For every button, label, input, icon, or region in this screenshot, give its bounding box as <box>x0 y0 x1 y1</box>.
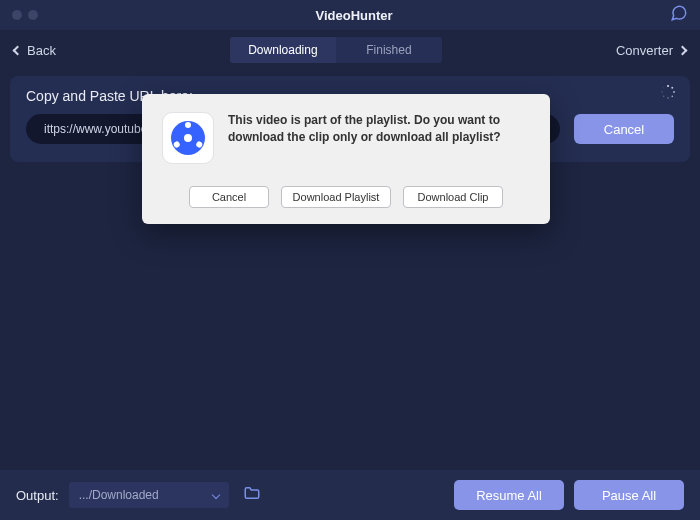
pause-all-button[interactable]: Pause All <box>574 480 684 510</box>
open-folder-icon[interactable] <box>243 484 261 506</box>
output-path-value: .../Downloaded <box>79 488 159 502</box>
svg-point-6 <box>661 91 662 92</box>
dialog-download-playlist-button[interactable]: Download Playlist <box>281 186 391 208</box>
output-path-select[interactable]: .../Downloaded <box>69 482 229 508</box>
back-label: Back <box>27 43 56 58</box>
svg-point-4 <box>667 97 669 99</box>
back-button[interactable]: Back <box>14 43 56 58</box>
close-window-dot[interactable] <box>12 10 22 20</box>
chevron-right-icon <box>678 45 688 55</box>
window-controls[interactable] <box>12 10 38 20</box>
svg-point-5 <box>663 96 664 97</box>
cancel-button[interactable]: Cancel <box>574 114 674 144</box>
resume-all-button[interactable]: Resume All <box>454 480 564 510</box>
svg-point-3 <box>671 95 673 97</box>
nav-row: Back Downloading Finished Converter <box>0 30 700 70</box>
dialog-download-clip-button[interactable]: Download Clip <box>403 186 503 208</box>
titlebar: VideoHunter <box>0 0 700 30</box>
app-title: VideoHunter <box>38 8 670 23</box>
svg-point-9 <box>184 134 192 142</box>
output-label: Output: <box>16 488 59 503</box>
converter-button[interactable]: Converter <box>616 43 686 58</box>
dialog-message: This video is part of the playlist. Do y… <box>228 112 530 164</box>
svg-point-7 <box>663 87 664 88</box>
chevron-down-icon <box>211 491 219 499</box>
converter-label: Converter <box>616 43 673 58</box>
minimize-window-dot[interactable] <box>28 10 38 20</box>
app-icon <box>162 112 214 164</box>
playlist-dialog: This video is part of the playlist. Do y… <box>142 94 550 224</box>
svg-point-2 <box>673 91 675 93</box>
tab-downloading[interactable]: Downloading <box>230 37 336 63</box>
dialog-cancel-button[interactable]: Cancel <box>189 186 269 208</box>
svg-point-1 <box>671 87 673 89</box>
tab-finished[interactable]: Finished <box>336 37 442 63</box>
tab-group: Downloading Finished <box>230 37 442 63</box>
footer-bar: Output: .../Downloaded Resume All Pause … <box>0 470 700 520</box>
loading-spinner-icon <box>660 84 676 100</box>
svg-point-0 <box>667 85 669 87</box>
feedback-icon[interactable] <box>670 4 688 26</box>
chevron-left-icon <box>13 45 23 55</box>
